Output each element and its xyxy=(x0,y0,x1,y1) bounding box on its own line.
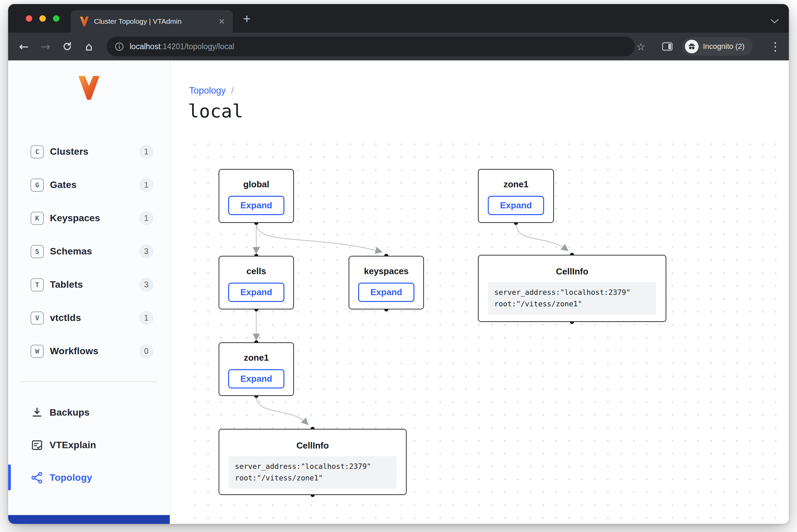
sidebar-item-label: Backups xyxy=(50,407,90,418)
browser-menu-icon[interactable]: ⋮ xyxy=(770,40,781,53)
home-button[interactable]: ⌂ xyxy=(85,40,93,53)
sidebar-item-label: vtctlds xyxy=(50,312,81,323)
expand-button-zone1-top[interactable]: Expand xyxy=(488,196,544,215)
url-path: :14201/topology/local xyxy=(161,42,234,51)
sidebar-item-workflows[interactable]: W Workflows 0 xyxy=(8,335,170,368)
zoom-window-button[interactable] xyxy=(53,15,59,22)
code-line: server_address:"localhost:2379" xyxy=(235,461,390,472)
main-panel: Topology/ local xyxy=(171,60,789,524)
url-text: localhost:14201/topology/local xyxy=(130,42,234,51)
tab-close-button[interactable]: × xyxy=(219,16,225,26)
page-info-icon[interactable] xyxy=(115,42,124,51)
sidebar-item-label: Tablets xyxy=(50,279,83,290)
node-keyspaces[interactable]: keyspaces Expand xyxy=(349,256,424,309)
active-item-indicator xyxy=(8,464,11,490)
node-title: global xyxy=(243,179,270,190)
node-global[interactable]: global Expand xyxy=(219,169,294,223)
address-bar[interactable]: localhost:14201/topology/local xyxy=(107,37,635,56)
node-title: cells xyxy=(246,266,266,277)
node-title: keyspaces xyxy=(364,266,409,277)
code-line: root:"/vitess/zone1" xyxy=(235,472,390,484)
browser-toolbar: ← → ⌂ localhost:14201/topology/local ☆ xyxy=(8,33,789,60)
vitess-logo xyxy=(78,76,100,100)
breadcrumb-topology-link[interactable]: Topology xyxy=(189,86,226,96)
node-title: zone1 xyxy=(244,353,269,363)
sidebar-item-label: Keyspaces xyxy=(50,213,100,224)
download-icon xyxy=(31,406,43,419)
sidebar-divider xyxy=(20,381,157,382)
sidebar-item-label: Topology xyxy=(50,472,92,483)
count-badge: 0 xyxy=(139,344,153,358)
minimize-window-button[interactable] xyxy=(39,15,46,22)
incognito-profile-badge[interactable]: Incognito (2) xyxy=(682,37,753,56)
gates-icon: G xyxy=(31,178,44,192)
clusters-icon: C xyxy=(31,145,44,158)
forward-button[interactable]: → xyxy=(41,40,51,53)
sidebar-item-label: Gates xyxy=(50,179,77,190)
topology-icon xyxy=(31,471,43,484)
page-title: local xyxy=(188,100,243,122)
sidebar-item-topology[interactable]: Topology xyxy=(8,461,170,494)
node-cells[interactable]: cells Expand xyxy=(219,256,294,309)
node-title: zone1 xyxy=(503,179,529,190)
sidebar-footer-list: Backups VTExplain xyxy=(8,396,170,494)
vitess-favicon xyxy=(80,17,89,26)
tab-title: Cluster Topology | VTAdmin xyxy=(94,17,219,25)
sidebar-item-vtexplain[interactable]: VTExplain xyxy=(8,429,170,461)
sidebar: C Clusters 1 G Gates 1 K Keyspaces 1 S S… xyxy=(8,60,170,524)
node-cellinfo-bottom[interactable]: CellInfo server_address:"localhost:2379"… xyxy=(219,429,407,495)
expand-button-cells[interactable]: Expand xyxy=(228,283,284,302)
new-tab-button[interactable]: + xyxy=(243,12,251,25)
sidebar-item-vtctlds[interactable]: V vtctlds 1 xyxy=(8,301,170,335)
macos-window-controls xyxy=(26,15,59,22)
close-window-button[interactable] xyxy=(26,15,32,22)
sidebar-item-label: Clusters xyxy=(50,146,89,157)
breadcrumb: Topology/ xyxy=(189,86,234,96)
sidebar-item-label: VTExplain xyxy=(50,440,96,451)
page-content: C Clusters 1 G Gates 1 K Keyspaces 1 S S… xyxy=(8,60,789,524)
url-host: localhost xyxy=(130,42,161,51)
sidebar-item-keyspaces[interactable]: K Keyspaces 1 xyxy=(8,202,170,235)
vtctlds-icon: V xyxy=(31,311,44,325)
back-button[interactable]: ← xyxy=(19,40,29,53)
vtexplain-icon xyxy=(31,439,43,452)
cellinfo-code: server_address:"localhost:2379" root:"/v… xyxy=(488,282,656,315)
count-badge: 1 xyxy=(139,311,153,325)
incognito-label: Incognito (2) xyxy=(703,42,744,51)
sidebar-bottom-bar xyxy=(8,515,170,524)
sidebar-item-gates[interactable]: G Gates 1 xyxy=(8,168,170,202)
cellinfo-code: server_address:"localhost:2379" root:"/v… xyxy=(229,456,396,489)
incognito-icon xyxy=(685,40,699,53)
expand-button-zone1-bottom[interactable]: Expand xyxy=(228,369,284,388)
bookmark-star-icon[interactable]: ☆ xyxy=(636,41,646,53)
tablets-icon: T xyxy=(31,278,44,291)
code-line: root:"/vitess/zone1" xyxy=(494,298,650,310)
schemas-icon: S xyxy=(31,245,44,258)
count-badge: 1 xyxy=(139,211,153,225)
sidebar-item-backups[interactable]: Backups xyxy=(8,396,170,429)
tab-search-chevron-icon[interactable] xyxy=(770,18,779,24)
node-title: CellInfo xyxy=(296,440,329,451)
count-badge: 3 xyxy=(139,278,153,292)
browser-tab[interactable]: Cluster Topology | VTAdmin × xyxy=(71,10,233,33)
breadcrumb-separator: / xyxy=(231,86,234,96)
sidebar-item-tablets[interactable]: T Tablets 3 xyxy=(8,268,170,301)
code-line: server_address:"localhost:2379" xyxy=(494,287,650,298)
sidebar-item-label: Schemas xyxy=(50,246,92,257)
reload-icon[interactable] xyxy=(62,41,72,52)
sidebar-item-clusters[interactable]: C Clusters 1 xyxy=(8,135,170,168)
count-badge: 1 xyxy=(139,178,153,192)
workflows-icon: W xyxy=(31,345,44,358)
node-zone1-top[interactable]: zone1 Expand xyxy=(478,169,554,223)
expand-button-keyspaces[interactable]: Expand xyxy=(358,283,414,302)
side-panel-icon[interactable] xyxy=(662,42,673,51)
node-title: CellInfo xyxy=(556,266,588,277)
node-zone1-bottom[interactable]: zone1 Expand xyxy=(219,342,294,396)
sidebar-item-schemas[interactable]: S Schemas 3 xyxy=(8,235,170,268)
node-cellinfo-right[interactable]: CellInfo server_address:"localhost:2379"… xyxy=(478,255,666,322)
sidebar-item-label: Workflows xyxy=(50,346,98,357)
count-badge: 1 xyxy=(139,145,153,159)
count-badge: 3 xyxy=(139,244,153,259)
keyspaces-icon: K xyxy=(31,212,44,225)
expand-button-global[interactable]: Expand xyxy=(228,196,284,215)
